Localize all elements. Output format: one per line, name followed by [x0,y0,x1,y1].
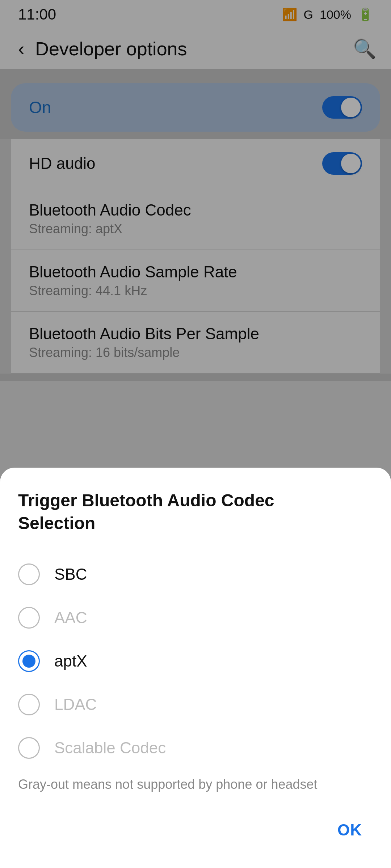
radio-label-sbc: SBC [54,565,87,583]
radio-option-aac[interactable]: AAC [18,596,373,639]
radio-circle-aptx [18,650,40,672]
radio-circle-aac [18,607,40,629]
radio-option-aptx[interactable]: aptX [18,639,373,683]
ok-button[interactable]: OK [327,814,373,846]
radio-option-sbc[interactable]: SBC [18,553,373,596]
radio-label-aac: AAC [54,609,87,627]
radio-label-aptx: aptX [54,652,87,670]
radio-option-ldac[interactable]: LDAC [18,683,373,726]
codec-selection-dialog: Trigger Bluetooth Audio CodecSelection S… [0,468,391,868]
radio-label-ldac: LDAC [54,695,97,714]
dialog-note: Gray-out means not supported by phone or… [18,777,373,792]
dialog-title: Trigger Bluetooth Audio CodecSelection [18,489,373,535]
radio-circle-ldac [18,694,40,715]
dialog-actions: OK [18,807,373,846]
radio-circle-scalable [18,737,40,759]
radio-option-scalable[interactable]: Scalable Codec [18,726,373,770]
radio-label-scalable: Scalable Codec [54,739,166,757]
radio-circle-sbc [18,563,40,585]
